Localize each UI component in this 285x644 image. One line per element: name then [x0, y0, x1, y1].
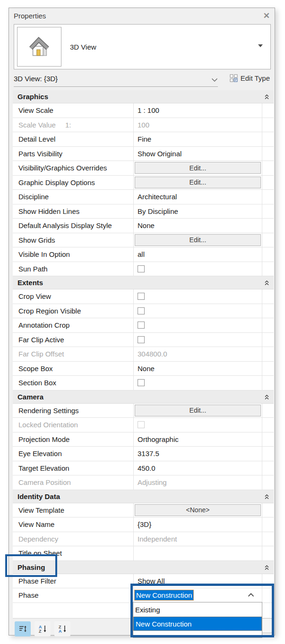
checkbox-unchecked-disabled	[138, 421, 145, 428]
property-label: Parts Visibility	[18, 150, 62, 158]
row-spare-cell	[262, 503, 274, 517]
property-label: Section Box	[18, 379, 56, 387]
checkbox-unchecked[interactable]	[138, 322, 145, 329]
selected-type-label: 3D View	[70, 43, 96, 51]
property-label: Locked Orientation	[18, 421, 78, 429]
collapse-section-icon[interactable]	[264, 494, 269, 500]
checkbox-unchecked[interactable]	[138, 379, 145, 386]
property-value[interactable]: None	[134, 364, 155, 373]
graphic-display-options-edit-button[interactable]: Edit...	[135, 177, 261, 188]
property-label: Rendering Settings	[18, 407, 79, 415]
property-row-view-template: View Template<None>	[13, 503, 274, 518]
property-value[interactable]: 450.0	[134, 464, 155, 472]
checkbox-unchecked[interactable]	[138, 307, 145, 314]
property-row-far-clip-offset: Far Clip Offset304800.0	[13, 347, 274, 362]
visibility-graphics-edit-button[interactable]: Edit...	[135, 162, 261, 174]
type-preview-box	[17, 27, 61, 67]
property-value[interactable]: 3137.5	[134, 449, 159, 458]
section-header-graphics[interactable]: Graphics	[13, 90, 274, 103]
section-header-phasing[interactable]: Phasing	[13, 561, 274, 574]
checkbox-unchecked[interactable]	[138, 293, 145, 300]
row-spare-cell	[262, 347, 274, 361]
row-spare-cell	[262, 233, 274, 247]
row-spare-cell	[262, 447, 274, 461]
property-row-detail-level: Detail LevelFine	[13, 132, 274, 147]
property-row-dependency: DependencyIndependent	[13, 532, 274, 547]
row-spare-cell	[262, 432, 274, 447]
dropdown-caret-icon[interactable]	[258, 44, 263, 47]
collapse-section-icon[interactable]	[264, 565, 269, 570]
checkbox-unchecked[interactable]	[138, 265, 145, 272]
collapse-section-icon[interactable]	[264, 280, 269, 286]
phase-combo-selected-text[interactable]: New Construction	[134, 590, 194, 601]
rendering-settings-edit-button[interactable]: Edit...	[135, 405, 261, 416]
property-value[interactable]: all	[134, 250, 145, 258]
property-label: Default Analysis Display Style	[18, 221, 112, 229]
property-row-show-grids: Show GridsEdit...	[13, 233, 274, 248]
property-value[interactable]: 1 : 100	[134, 106, 159, 114]
house-3d-view-icon	[26, 33, 53, 60]
property-row-view-name: View Name{3D}	[13, 517, 274, 532]
row-spare-cell	[262, 304, 274, 318]
property-value[interactable]: Architectural	[134, 193, 177, 201]
close-icon[interactable]: ✕	[263, 12, 270, 20]
svg-text:Z: Z	[39, 629, 42, 634]
row-spare-cell	[262, 262, 274, 276]
property-value[interactable]: {3D}	[134, 520, 151, 528]
instance-selector-value[interactable]: 3D View: {3D}	[14, 75, 58, 83]
type-selector-combobox[interactable]: 3D View	[14, 24, 271, 69]
property-label: Title on Sheet	[18, 549, 62, 557]
section-header-identity-data[interactable]: Identity Data	[13, 490, 274, 503]
property-label: Projection Mode	[18, 435, 69, 443]
property-value: Adjusting	[134, 478, 167, 486]
properties-panel: Properties ✕ 3D View 3D View: {3D}	[9, 8, 275, 636]
checkbox-unchecked[interactable]	[138, 336, 145, 343]
dropdown-option-new-construction[interactable]: New Construction	[133, 617, 262, 631]
svg-text:A: A	[59, 629, 62, 634]
row-spare-cell	[262, 475, 274, 490]
show-grids-edit-button[interactable]: Edit...	[135, 234, 261, 246]
property-row-locked-orientation: Locked Orientation	[13, 418, 274, 432]
collapse-section-icon[interactable]	[264, 394, 269, 400]
section-header-camera[interactable]: Camera	[13, 390, 274, 404]
property-value[interactable]: Show Original	[134, 150, 181, 158]
property-row-scope-box: Scope BoxNone	[13, 362, 274, 376]
property-grid: GraphicsView Scale1 : 100Scale Value1:10…	[13, 90, 274, 603]
row-spare-cell	[262, 588, 274, 602]
property-value: 100	[134, 121, 149, 129]
property-label: Graphic Display Options	[18, 178, 95, 186]
row-spare-cell	[262, 132, 274, 146]
row-spare-cell	[262, 376, 274, 390]
property-value[interactable]: Show All	[134, 577, 165, 585]
property-label: Far Clip Offset	[18, 350, 64, 358]
collapse-section-icon[interactable]	[264, 94, 269, 100]
sort-by-property-order-button[interactable]	[15, 621, 31, 636]
sort-descending-button[interactable]: Z A	[54, 621, 70, 636]
row-spare-cell	[262, 574, 274, 588]
property-row-crop-region-visible: Crop Region Visible	[13, 304, 274, 319]
property-row-target-elevation: Target Elevation450.0	[13, 461, 274, 476]
property-label: Scope Box	[18, 364, 53, 373]
property-value[interactable]: Orthographic	[134, 435, 179, 443]
dropdown-option-existing[interactable]: Existing	[133, 602, 262, 617]
row-spare-cell	[262, 532, 274, 546]
row-spare-cell	[262, 190, 274, 204]
property-row-rendering-settings: Rendering SettingsEdit...	[13, 404, 274, 418]
row-spare-cell	[262, 418, 274, 432]
chevron-down-icon[interactable]	[211, 76, 218, 84]
view-template-button[interactable]: <None>	[135, 504, 261, 516]
property-label: Target Elevation	[18, 464, 69, 472]
row-spare-cell	[262, 204, 274, 219]
property-value[interactable]: Fine	[134, 135, 151, 143]
property-value: 304800.0	[134, 350, 167, 358]
edit-type-button[interactable]: Edit Type	[229, 73, 271, 83]
property-value[interactable]: None	[134, 221, 155, 229]
property-value: Independent	[134, 535, 177, 543]
property-label: Camera Position	[18, 478, 71, 486]
property-value[interactable]: By Discipline	[134, 207, 178, 215]
section-header-extents[interactable]: Extents	[13, 276, 274, 289]
section-title: Phasing	[17, 563, 45, 571]
chevron-up-icon[interactable]	[248, 593, 254, 597]
property-row-annotation-crop: Annotation Crop	[13, 318, 274, 333]
sort-ascending-button[interactable]: A Z	[35, 621, 51, 636]
